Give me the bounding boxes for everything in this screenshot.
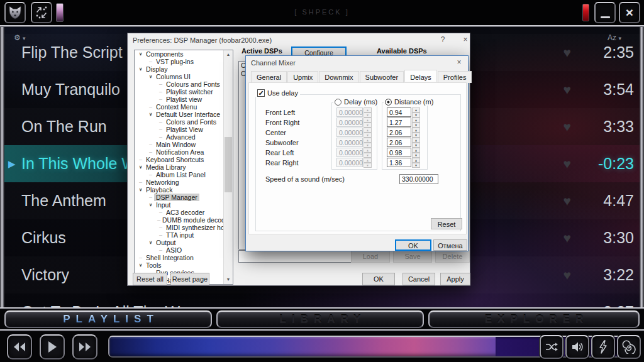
tree-item[interactable]: ∨ – Playlist switcher [135,88,233,96]
distance-radio-control[interactable]: Distance (m) [384,98,435,106]
radio-on-icon[interactable] [385,99,392,106]
distance-value[interactable]: 1.36 [387,158,411,167]
spin-down-icon[interactable]: ▼ [412,112,420,118]
checkbox-checked-icon[interactable]: ✓ [257,89,265,97]
tree-expander-icon[interactable]: ∨ [137,261,144,269]
shuffle-button[interactable] [540,335,564,359]
spinner-buttons[interactable]: ▲ ▼ [412,118,420,127]
tree-item[interactable]: ∨ – VST plug-ins [135,58,233,65]
volume-button[interactable] [565,335,589,359]
channel-mixer-tab[interactable]: Upmix [287,71,318,83]
load-button[interactable]: Load [351,250,390,263]
channel-mixer-tab[interactable]: Subwoofer [360,71,404,83]
tree-item[interactable]: ∨ – MIDI synthesizer host [135,224,233,231]
reset-all-button[interactable]: Reset all [133,273,167,285]
spin-up-icon[interactable]: ▲ [412,118,420,123]
scroll-up-icon[interactable]: ▲ [224,50,233,59]
sort-dropdown[interactable]: Az ▾ [608,33,621,45]
spin-down-icon[interactable]: ▼ [412,153,420,158]
distance-spinbox[interactable]: 2.06 ▲ ▼ [387,128,420,137]
delete-button[interactable]: Delete [435,250,470,263]
spin-up-icon[interactable]: ▲ [412,107,420,112]
tree-expander-icon[interactable]: ∨ [147,111,154,118]
save-button[interactable]: Save [393,250,432,263]
spinner-buttons[interactable]: ▲ ▼ [412,138,420,147]
tree-item[interactable]: ∨ – Context Menu [135,103,233,111]
tree-scrollbar[interactable]: ▲ ▼ [223,50,233,284]
speed-of-sound-input[interactable]: 330.00000 [399,174,438,184]
distance-spinbox[interactable]: 0.94 ▲ ▼ [387,107,420,117]
tree-expander-icon[interactable]: ∨ [137,163,144,171]
delay-radio-control[interactable]: Delay (ms) [333,98,379,106]
playlist-track-row[interactable]: ▶ Get To Be In All The Way ♥ 3:27 [0,293,644,307]
spin-down-icon[interactable]: ▼ [412,143,420,148]
scroll-down-icon[interactable]: ▼ [224,275,233,284]
tree-item[interactable]: ∨ – Notification Area [135,148,233,156]
heart-icon[interactable]: ♥ [564,82,571,97]
heart-icon[interactable]: ♥ [564,268,571,283]
radio-off-icon[interactable] [335,99,341,106]
tree-item[interactable]: ∨ – Shell Integration [135,254,233,261]
distance-value[interactable]: 2.06 [387,138,411,147]
close-button[interactable]: × [619,2,640,23]
tree-item[interactable]: ∨ – Output [135,239,233,246]
distance-value[interactable]: 0.94 [387,107,411,117]
distance-spinbox[interactable]: 2.06 ▲ ▼ [387,138,420,147]
tree-expander-icon[interactable]: ∨ [137,186,144,194]
tree-expander-icon[interactable]: ∨ [147,239,154,246]
spin-up-icon[interactable]: ▲ [412,158,420,163]
tree-item[interactable]: ∨ – DSP Manager [135,194,233,201]
repeat-spiral-button[interactable] [617,335,641,359]
scrollbar-thumb[interactable] [225,137,232,192]
play-button[interactable] [40,334,65,359]
tree-item[interactable]: ∨ – Default User Interface [135,111,233,118]
tree-item[interactable]: ∨ – Input [135,201,233,209]
tree-item[interactable]: ∨ – Playlist View [135,126,233,133]
reset-button[interactable]: Reset [431,218,462,229]
tree-item[interactable]: ∨ – Tools [135,261,233,269]
spinner-buttons[interactable]: ▲ ▼ [412,158,420,167]
distance-value[interactable]: 1.27 [387,118,411,127]
spinner-buttons[interactable]: ▲ ▼ [412,128,420,137]
distance-value[interactable]: 0.98 [387,148,411,157]
channel-mixer-tab[interactable]: Delays [404,70,437,82]
tree-item[interactable]: ∨ – Main Window [135,141,233,148]
tree-item[interactable]: ∨ – Colours and Fonts [135,80,233,88]
spin-up-icon[interactable]: ▲ [412,148,420,153]
heart-icon[interactable]: ♥ [564,231,571,246]
tree-expander-icon[interactable]: ∨ [137,50,144,58]
heart-icon[interactable]: ♥ [564,119,571,134]
tree-item[interactable]: ∨ – Components [135,50,233,58]
spinner-buttons[interactable]: ▲ ▼ [412,148,420,157]
heart-icon[interactable]: ♥ [564,305,571,308]
distance-spinbox[interactable]: 0.98 ▲ ▼ [387,148,420,157]
prefs-ok-button[interactable]: OK [362,273,395,285]
tree-item[interactable]: ∨ – Colors and Fonts [135,118,233,126]
prefs-apply-button[interactable]: Apply [440,273,470,285]
close-dialog-button[interactable]: × [451,58,467,69]
spin-down-icon[interactable]: ▼ [412,133,420,138]
tab-library[interactable]: LIBRARY [216,310,424,328]
lightning-button[interactable] [591,335,615,359]
tree-item[interactable]: ∨ – Display [135,65,233,73]
tree-item[interactable]: ∨ – Columns UI [135,73,233,80]
distance-spinbox[interactable]: 1.36 ▲ ▼ [387,158,420,167]
tree-expander-icon[interactable]: ∨ [147,201,154,209]
help-button[interactable]: ? [435,35,451,47]
use-delay-control[interactable]: ✓ Use delay [255,89,300,97]
tab-playlist[interactable]: PLAYLIST [4,310,212,328]
channel-mixer-tab[interactable]: General [251,71,287,83]
heart-icon[interactable]: ♥ [564,156,571,172]
tree-item[interactable]: ∨ – Advanced [135,133,233,141]
heart-icon[interactable]: ♥ [564,45,571,60]
tree-item[interactable]: ∨ – Keyboard Shortcuts [135,156,233,163]
channel-mixer-tab[interactable]: Profiles [438,71,472,83]
tree-expander-icon[interactable]: ∨ [147,73,154,80]
heart-icon[interactable]: ♥ [564,194,571,209]
close-dialog-button[interactable]: × [457,35,474,47]
cm-ok-button[interactable]: OK [395,239,431,251]
tab-explorer[interactable]: EXPLORER [428,310,640,328]
tree-item[interactable]: ∨ – Album List Panel [135,171,233,178]
spin-up-icon[interactable]: ▲ [412,128,420,133]
spin-down-icon[interactable]: ▼ [412,163,420,168]
